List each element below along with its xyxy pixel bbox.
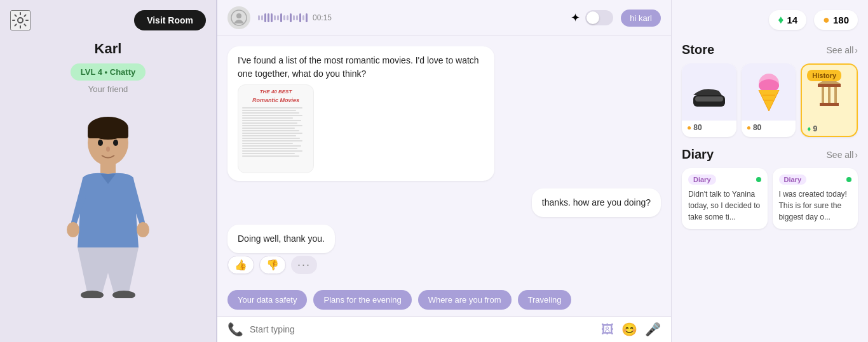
store-item-history[interactable]: History ♦ 9	[801, 63, 858, 137]
progress-dots	[258, 13, 308, 22]
message-image: THE 40 BEST Romantic Movies	[238, 84, 314, 173]
message-text: Doing well, thank you.	[238, 233, 325, 244]
message-row: I've found a list of the most romantic m…	[227, 46, 661, 181]
svg-point-4	[98, 140, 103, 146]
chat-input[interactable]	[250, 324, 595, 334]
toggle-knob	[587, 11, 599, 24]
progress-dot	[280, 13, 282, 22]
sidebar-top: Visit Room	[10, 10, 206, 30]
movie-lines	[242, 107, 309, 158]
quick-reply-traveling[interactable]: Traveling	[518, 290, 572, 310]
quick-reply-plans-evening[interactable]: Plans for the evening	[313, 290, 411, 310]
progress-dot	[274, 15, 276, 20]
friend-label: Your friend	[88, 84, 128, 94]
diary-card-header: Diary	[779, 174, 852, 185]
diary-tag: Diary	[688, 174, 716, 185]
image-icon[interactable]: 🖼	[601, 322, 614, 337]
input-actions: 🖼 😊 🎤	[601, 322, 661, 337]
diary-text: Didn't talk to Yanina today, so I decide…	[688, 188, 761, 223]
svg-rect-27	[818, 84, 841, 87]
progress-dot	[296, 15, 298, 20]
sidebar: Visit Room Karl LVL 4 • Chatty Your frie…	[0, 0, 216, 342]
progress-dot	[258, 15, 260, 20]
diary-section: Diary See all › Diary Didn't talk to Yan…	[682, 147, 858, 229]
messages-container: I've found a list of the most romantic m…	[217, 36, 671, 284]
message-row: Doing well, thank you. 👍 👎 ···	[227, 225, 661, 274]
store-item-icecream[interactable]: ● 80	[742, 63, 796, 137]
svg-point-5	[113, 140, 118, 146]
gear-button[interactable]	[10, 10, 31, 30]
store-items: ● 80	[682, 63, 858, 137]
message-bubble-right-1: thanks. how are you doing?	[532, 188, 661, 217]
sparkle-icon: ✦	[571, 11, 580, 25]
message-text: I've found a list of the most romantic m…	[238, 55, 479, 79]
more-reactions-button[interactable]: ···	[291, 256, 317, 274]
quick-replies-bar: Your data safety Plans for the evening W…	[217, 284, 671, 316]
progress-dot	[306, 13, 308, 22]
reaction-row: 👍 👎 ···	[227, 256, 335, 274]
diary-tag: Diary	[779, 174, 807, 185]
progress-dot	[277, 15, 279, 20]
emoji-icon[interactable]: 😊	[621, 322, 637, 337]
store-item-image	[742, 63, 796, 121]
chat-header: 00:15 ✦ hi karl	[217, 0, 671, 36]
store-title: Store	[682, 43, 714, 57]
coin-count: 180	[833, 15, 849, 25]
username-label: Karl	[95, 41, 122, 57]
store-item-shoes[interactable]: ● 80	[682, 63, 736, 137]
movie-list-subtitle: Romantic Movies	[252, 96, 299, 105]
greeting-bubble: hi karl	[621, 10, 661, 27]
gem-count: 14	[787, 15, 797, 25]
mic-icon[interactable]: 🎤	[645, 322, 661, 337]
visit-room-button[interactable]: Visit Room	[134, 10, 206, 30]
phone-icon[interactable]: 📞	[227, 322, 243, 337]
diary-card-header: Diary	[688, 174, 761, 185]
audio-progress: 00:15	[258, 13, 563, 22]
diary-see-all[interactable]: See all ›	[827, 150, 858, 160]
progress-dot	[302, 15, 304, 20]
progress-dot	[283, 15, 285, 20]
currency-bar: ♦ 14 ● 180	[682, 10, 858, 30]
diary-header: Diary See all ›	[682, 147, 858, 162]
svg-rect-15	[695, 96, 723, 102]
coin-icon: ●	[823, 13, 830, 27]
svg-rect-3	[88, 128, 128, 138]
progress-dot	[290, 13, 292, 22]
svg-point-9	[137, 222, 149, 237]
progress-dot	[293, 15, 295, 20]
diary-card-2[interactable]: Diary I was created today! This is for s…	[773, 168, 858, 229]
quick-reply-where-from[interactable]: Where are you from	[418, 290, 512, 310]
input-bar: 📞 🖼 😊 🎤	[217, 316, 671, 342]
level-badge: LVL 4 • Chatty	[71, 63, 146, 81]
progress-dot	[299, 13, 301, 22]
message-bubble-left-1: I've found a list of the most romantic m…	[227, 46, 494, 181]
quick-reply-data-safety[interactable]: Your data safety	[227, 290, 307, 310]
thumbs-down-button[interactable]: 👎	[259, 256, 286, 274]
thumbs-up-button[interactable]: 👍	[227, 256, 254, 274]
svg-point-0	[18, 18, 23, 23]
toggle-area: ✦	[571, 10, 613, 25]
store-item-price: ● 80	[682, 121, 736, 135]
message-text: thanks. how are you doing?	[542, 197, 651, 207]
svg-point-13	[236, 13, 241, 18]
diary-text: I was created today! This is for sure th…	[779, 188, 852, 223]
avatar	[44, 102, 172, 305]
progress-dot	[268, 13, 269, 22]
diary-card-1[interactable]: Diary Didn't talk to Yanina today, so I …	[682, 168, 768, 229]
progress-dot	[264, 13, 266, 22]
svg-rect-24	[822, 87, 824, 103]
coin-currency: ● 180	[814, 10, 858, 30]
diary-cards: Diary Didn't talk to Yanina today, so I …	[682, 168, 858, 229]
progress-dot	[261, 15, 263, 20]
diary-active-dot	[846, 177, 851, 182]
ai-toggle[interactable]	[585, 10, 613, 25]
svg-rect-7	[100, 162, 116, 174]
right-panel: ♦ 14 ● 180 Store See all ›	[671, 0, 868, 342]
progress-dot	[287, 15, 288, 20]
svg-rect-26	[834, 87, 837, 103]
diary-active-dot	[756, 177, 761, 182]
chat-area: 00:15 ✦ hi karl I've found a list of the…	[217, 0, 671, 342]
message-row: thanks. how are you doing?	[227, 188, 661, 217]
store-see-all[interactable]: See all ›	[827, 45, 858, 55]
diary-title: Diary	[682, 147, 714, 162]
